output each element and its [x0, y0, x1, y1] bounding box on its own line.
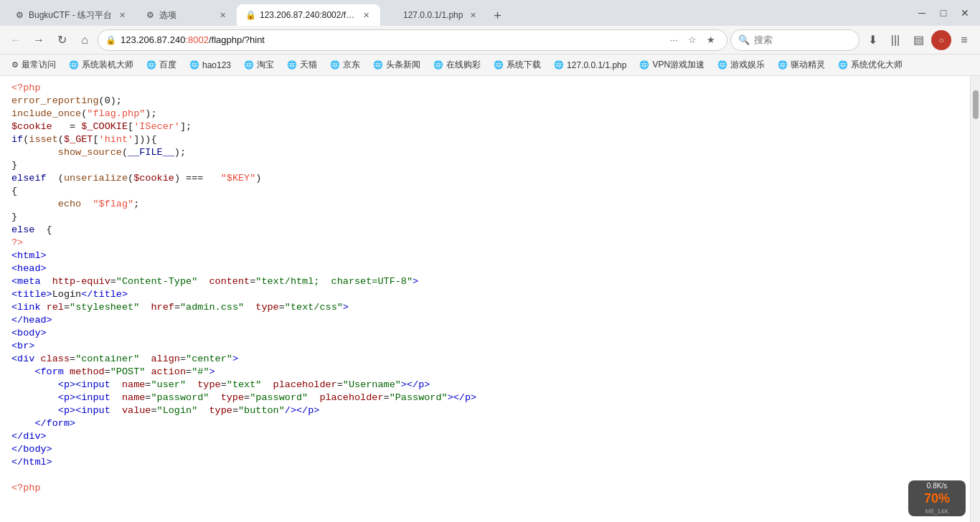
bookmark-icon-driver: 🌐	[778, 60, 788, 70]
tab-title-localhost: 127.0.0.1/1.php	[403, 10, 463, 20]
maximize-button[interactable]: □	[934, 4, 953, 22]
bookmark-localhost[interactable]: 🌐 127.0.0.1/1.php	[548, 59, 632, 72]
library-icon[interactable]: |||	[885, 30, 905, 50]
address-bar[interactable]: 🔒 123.206.87.240:8002/flagphp/?hint ··· …	[98, 29, 727, 51]
bookmark-icon-lottery: 🌐	[433, 60, 443, 70]
refresh-button[interactable]: ↻	[52, 30, 72, 50]
code-line-12: else {	[0, 224, 970, 237]
bookmark-label-driver: 驱动精灵	[791, 59, 825, 71]
code-line-14: <html>	[0, 250, 970, 262]
bookmark-icon-most-visited: ⚙	[11, 60, 19, 70]
new-tab-button[interactable]: +	[487, 6, 507, 26]
code-line-3: include_once("flag.php");	[0, 108, 970, 120]
bookmark-label-taobao: 淘宝	[257, 59, 274, 71]
bookmark-icon-taobao: 🌐	[244, 60, 254, 70]
bookmark-system-installer[interactable]: 🌐 系统装机大师	[63, 57, 139, 72]
url-path: /flagphp/?hint	[209, 34, 265, 45]
minimize-button[interactable]: ─	[913, 4, 931, 22]
tab-icon-options: ⚙	[145, 10, 155, 20]
tab-title-options: 选项	[159, 9, 212, 22]
bookmark-icon-tmall: 🌐	[287, 60, 297, 70]
scrollbar[interactable]	[970, 76, 980, 522]
bookmark-label-baidu: 百度	[159, 59, 176, 71]
url-text: 123.206.87.240:8002/flagphp/?hint	[121, 34, 661, 45]
bookmark-icon-toutiao: 🌐	[373, 60, 383, 70]
code-line-2: error_reporting(0);	[0, 95, 970, 108]
code-line-10: echo "$flag";	[0, 198, 970, 211]
tab-bugku[interactable]: ⚙ BugkuCTF - 练习平台 ✕	[6, 4, 136, 26]
close-button[interactable]: ✕	[956, 4, 974, 22]
forward-button[interactable]: →	[29, 30, 49, 50]
back-button[interactable]: ←	[6, 30, 26, 50]
download-icon[interactable]: ⬇	[862, 30, 882, 50]
bookmark-hao123[interactable]: 🌐 hao123	[184, 59, 237, 72]
bookmark-label-optimizer: 系统优化大师	[851, 59, 903, 71]
bookmark-jd[interactable]: 🌐 京东	[324, 57, 366, 72]
bookmark-most-visited[interactable]: ⚙ 最常访问	[6, 57, 62, 72]
code-line-22: <div class="container" align="center">	[0, 353, 970, 366]
bookmark-label-game: 游戏娱乐	[730, 59, 765, 71]
bookmark-game[interactable]: 🌐 游戏娱乐	[712, 57, 771, 72]
tab-options[interactable]: ⚙ 选项 ✕	[136, 4, 237, 26]
code-area[interactable]: <?php error_reporting(0); include_once("…	[0, 76, 970, 522]
bookmark-action[interactable]: ☆	[684, 32, 701, 49]
search-box[interactable]: 🔍	[730, 29, 859, 51]
bookmark-icon-baidu: 🌐	[146, 60, 156, 70]
bookmark-vpn[interactable]: 🌐 VPN游戏加速	[633, 57, 710, 72]
code-line-16: <meta http-equiv="Content-Type" content=…	[0, 275, 970, 288]
tab-title-bugku: BugkuCTF - 练习平台	[29, 9, 112, 22]
tab-close-options[interactable]: ✕	[217, 9, 228, 21]
bookmark-label-toutiao: 头条新闻	[386, 59, 420, 71]
browser-window: ⚙ BugkuCTF - 练习平台 ✕ ⚙ 选项 ✕ 🔒 123.206.87.…	[0, 0, 980, 522]
code-line-32: <?php	[0, 482, 970, 495]
bookmark-baidu[interactable]: 🌐 百度	[141, 57, 182, 72]
bookmark-label-hao123: hao123	[202, 60, 231, 70]
code-line-6: show_source(__FILE__);	[0, 146, 970, 159]
star-action[interactable]: ★	[702, 32, 720, 49]
bookmark-label-lottery: 在线购彩	[446, 59, 481, 71]
profile-icon[interactable]: ○	[931, 30, 951, 50]
code-line-4: $cookie = $_COOKIE['ISecer'];	[0, 120, 970, 133]
tab-close-flagphp[interactable]: ✕	[360, 9, 372, 21]
speed-text: 0.8K/s	[927, 482, 947, 490]
code-line-24: <p><input name="user" type="text" placeh…	[0, 379, 970, 392]
tab-icon-localhost	[389, 10, 399, 20]
code-line-27: </form>	[0, 417, 970, 430]
bookmark-icon-hao123: 🌐	[189, 60, 199, 70]
code-line-9: {	[0, 185, 970, 198]
speed-percent: 70%	[924, 491, 950, 506]
speed-label: Mil_14K	[925, 508, 949, 515]
tab-flagphp[interactable]: 🔒 123.206.87.240:8002/flagphp/?h... ✕	[237, 4, 380, 26]
scrollbar-thumb[interactable]	[973, 90, 979, 119]
sidebar-icon[interactable]: ▤	[908, 30, 928, 50]
home-button[interactable]: ⌂	[75, 30, 95, 50]
search-input[interactable]	[754, 34, 852, 45]
bookmark-tmall[interactable]: 🌐 天猫	[281, 57, 323, 72]
bookmark-optimizer[interactable]: 🌐 系统优化大师	[832, 57, 908, 72]
bookmark-toutiao[interactable]: 🌐 头条新闻	[367, 57, 426, 72]
code-line-15: <head>	[0, 262, 970, 275]
tab-close-localhost[interactable]: ✕	[467, 9, 479, 21]
url-port: :8002	[185, 34, 209, 45]
bookmark-taobao[interactable]: 🌐 淘宝	[238, 57, 280, 72]
menu-icon[interactable]: ≡	[954, 30, 974, 50]
bookmark-lottery[interactable]: 🌐 在线购彩	[428, 57, 486, 72]
bookmarks-bar: ⚙ 最常访问 🌐 系统装机大师 🌐 百度 🌐 hao123 🌐 淘宝 🌐 天猫 …	[0, 54, 980, 76]
code-line-5: if(isset($_GET['hint'])){	[0, 133, 970, 146]
bookmark-driver[interactable]: 🌐 驱动精灵	[772, 57, 831, 72]
bookmark-download[interactable]: 🌐 系统下载	[488, 57, 547, 72]
tab-close-bugku[interactable]: ✕	[116, 9, 128, 21]
code-line-31	[0, 469, 970, 482]
code-line-23: <form method="POST" action="#">	[0, 366, 970, 379]
speed-widget: 0.8K/s 70% Mil_14K	[908, 480, 966, 516]
bookmark-icon-game: 🌐	[717, 60, 727, 70]
page-content: <?php error_reporting(0); include_once("…	[0, 76, 980, 522]
address-bar-actions: ··· ☆ ★	[665, 32, 720, 49]
code-line-28: </div>	[0, 430, 970, 443]
code-line-18: <link rel="stylesheet" href="admin.css" …	[0, 301, 970, 314]
tab-localhost[interactable]: 127.0.0.1/1.php ✕	[380, 4, 487, 26]
bookmark-icon-jd: 🌐	[330, 60, 340, 70]
code-line-30: </html>	[0, 456, 970, 469]
more-action[interactable]: ···	[665, 32, 682, 49]
url-host: 123.206.87.240	[121, 34, 185, 45]
